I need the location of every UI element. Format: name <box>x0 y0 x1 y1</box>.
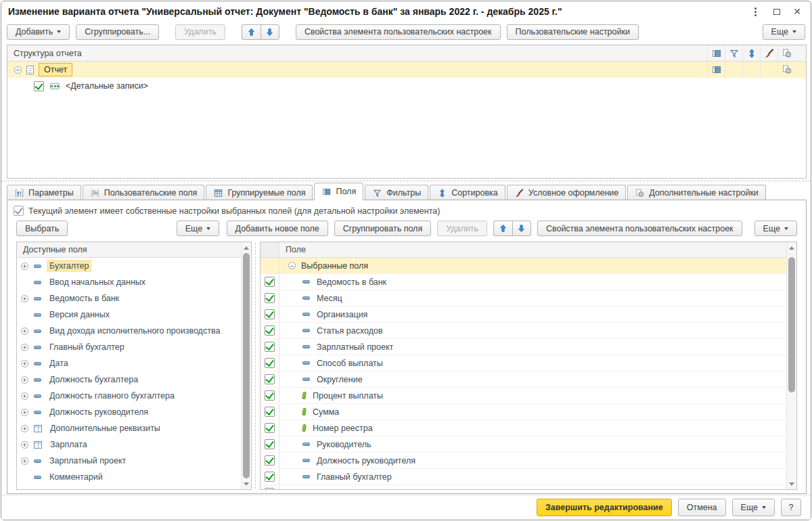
select-button[interactable]: Выбрать <box>16 221 68 236</box>
collapse-icon[interactable] <box>14 66 22 74</box>
footer-more-button[interactable]: Еще <box>732 499 775 516</box>
field-up-button[interactable] <box>493 221 512 236</box>
move-up-button[interactable] <box>242 24 261 40</box>
add-field-button[interactable]: Добавить новое поле <box>227 221 328 236</box>
group-button[interactable]: Сгруппировать... <box>76 24 159 40</box>
scrollbar-thumb[interactable] <box>243 253 250 478</box>
available-field-row[interactable]: Зарплата <box>17 436 241 453</box>
structure-row-report[interactable]: Отчет <box>7 62 806 78</box>
delete-field-button[interactable]: Удалить <box>437 221 487 236</box>
field-checkbox[interactable] <box>265 472 275 482</box>
delete-button[interactable]: Удалить <box>175 24 225 40</box>
available-field-row[interactable]: Должность главного бухгалтера <box>17 388 241 404</box>
expand-icon[interactable] <box>21 360 28 367</box>
field-checkbox[interactable] <box>265 342 275 352</box>
selected-field-row[interactable]: Процент выплаты <box>261 388 796 404</box>
close-icon[interactable]: ✕ <box>790 5 804 18</box>
available-field-row[interactable]: Дополнительные реквизиты <box>17 420 241 436</box>
user-settings-button[interactable]: Пользовательские настройки <box>507 24 639 40</box>
fields-cell-icon[interactable] <box>707 62 725 78</box>
scroll-up-icon[interactable] <box>242 243 251 252</box>
expand-icon[interactable] <box>21 376 28 384</box>
selected-field-row[interactable]: Статья расходов <box>261 323 796 339</box>
finish-editing-button[interactable]: Завершить редактирование <box>537 499 672 516</box>
vertical-scrollbar[interactable] <box>786 242 796 489</box>
expand-icon[interactable] <box>21 457 28 465</box>
selected-field-row[interactable]: Способ выплаты <box>261 355 796 371</box>
help-button[interactable]: ? <box>781 499 801 516</box>
selected-field-row[interactable]: Руководитель <box>261 436 796 453</box>
tab[interactable]: Сортировка <box>430 185 505 200</box>
tab[interactable]: Группируемые поля <box>206 185 313 200</box>
tab[interactable]: Фильтры <box>365 185 428 200</box>
selected-field-row[interactable]: Главный бухгалтер <box>261 469 796 485</box>
selected-field-row[interactable]: Округление <box>261 371 796 388</box>
selected-field-row[interactable]: Месяц <box>261 290 796 307</box>
filter-column-icon[interactable] <box>725 45 742 61</box>
expand-icon[interactable] <box>21 425 28 432</box>
horizontal-splitter[interactable] <box>1 181 811 181</box>
more-left-button[interactable]: Еще <box>177 221 219 236</box>
conditional-appearance-column-icon[interactable] <box>760 45 777 61</box>
available-field-row[interactable]: Бухгалтер <box>17 258 241 274</box>
field-checkbox[interactable] <box>265 277 275 287</box>
scrollbar-thumb[interactable] <box>788 257 795 392</box>
field-checkbox[interactable] <box>265 423 275 433</box>
available-field-row[interactable]: Должность бухгалтера <box>17 371 241 388</box>
field-checkbox[interactable] <box>265 374 275 384</box>
field-props-button[interactable]: Свойства элемента пользовательских настр… <box>537 221 742 236</box>
field-checkbox[interactable] <box>265 455 275 466</box>
selected-field-row[interactable]: Номер реестра <box>261 420 796 436</box>
available-field-row[interactable]: Дата <box>17 355 241 371</box>
fields-column-icon[interactable] <box>707 45 725 61</box>
available-field-row[interactable]: Месяц <box>17 485 241 490</box>
expand-icon[interactable] <box>21 409 28 416</box>
available-field-row[interactable]: Версия данных <box>17 307 241 323</box>
report-row-label[interactable]: Отчет <box>39 63 72 76</box>
settings-column-icon[interactable] <box>777 45 795 61</box>
expand-icon[interactable] <box>21 490 28 491</box>
tab[interactable]: Поля <box>314 183 363 200</box>
window-menu-icon[interactable] <box>748 5 762 18</box>
tab[interactable]: Условное оформление <box>507 185 626 200</box>
field-checkbox[interactable] <box>265 439 275 449</box>
add-button[interactable]: Добавить <box>7 24 70 40</box>
field-checkbox[interactable] <box>265 488 275 490</box>
expand-icon[interactable] <box>21 327 28 335</box>
vertical-scrollbar[interactable] <box>241 242 251 489</box>
detail-records-checkbox[interactable] <box>34 81 44 91</box>
field-checkbox[interactable] <box>265 293 275 303</box>
collapse-icon[interactable] <box>288 262 296 269</box>
selected-field-row[interactable]: Должность руководителя <box>261 453 796 469</box>
field-checkbox[interactable] <box>265 358 275 368</box>
available-field-row[interactable]: Ввод начальных данных <box>17 274 241 290</box>
cancel-button[interactable]: Отмена <box>678 499 726 516</box>
user-settings-props-button[interactable]: Свойства элемента пользовательских настр… <box>296 24 501 40</box>
expand-icon[interactable] <box>21 392 28 400</box>
field-checkbox[interactable] <box>265 390 275 401</box>
selected-field-row[interactable]: Сумма <box>261 404 796 420</box>
settings-cell-icon[interactable] <box>777 62 795 78</box>
structure-row-detail-records[interactable]: <Детальные записи> <box>7 78 806 94</box>
available-field-row[interactable]: Вид дохода исполнительного производства <box>17 323 241 339</box>
expand-icon[interactable] <box>21 263 28 270</box>
own-settings-checkbox[interactable] <box>14 206 24 216</box>
available-field-row[interactable]: Должность руководителя <box>17 404 241 420</box>
tab[interactable]: Дополнительные настройки <box>627 185 766 200</box>
selected-field-row[interactable]: Бухгалтер <box>261 485 796 490</box>
field-down-button[interactable] <box>512 221 531 236</box>
selected-field-row[interactable]: Организация <box>261 307 796 323</box>
expand-icon[interactable] <box>21 344 28 351</box>
maximize-icon[interactable] <box>770 5 784 18</box>
more-button[interactable]: Еще <box>763 24 805 40</box>
selected-field-row[interactable]: Ведомость в банк <box>261 274 796 290</box>
vertical-splitter[interactable] <box>252 242 260 490</box>
selected-fields-group-row[interactable]: Выбранные поля <box>261 258 796 274</box>
expand-icon[interactable] <box>21 295 28 302</box>
more-right-button[interactable]: Еще <box>754 221 797 236</box>
field-checkbox[interactable] <box>265 325 275 336</box>
available-field-row[interactable]: Главный бухгалтер <box>17 339 241 355</box>
field-checkbox[interactable] <box>265 407 275 417</box>
available-field-row[interactable]: Комментарий <box>17 469 241 485</box>
scroll-down-icon[interactable] <box>242 479 251 489</box>
